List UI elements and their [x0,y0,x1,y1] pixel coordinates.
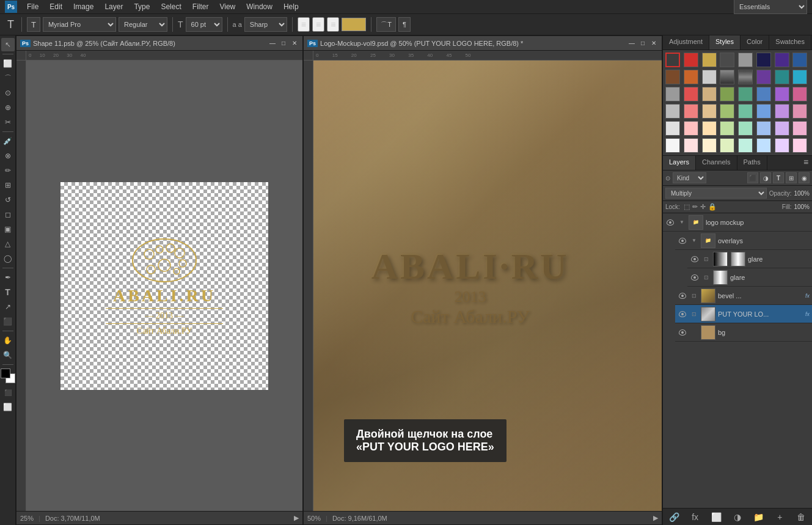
layer-vis-1[interactable] [665,218,675,227]
style-none[interactable] [665,53,680,67]
tab-adjustment[interactable]: Adjustment [663,35,709,50]
marquee-tool[interactable]: ⬜ [1,57,15,70]
style-grad1[interactable] [720,70,734,84]
new-layer-btn[interactable]: + [774,511,786,523]
style-u3[interactable] [702,121,717,136]
layer-vis-2[interactable] [678,236,687,246]
foreground-color-swatch[interactable] [1,369,10,378]
layer-vis-6[interactable] [678,309,687,319]
menu-help[interactable]: Help [279,1,304,12]
anti-alias-select[interactable]: Sharp [244,17,287,32]
filter-type-btn[interactable]: T [773,172,784,183]
warp-text-btn[interactable]: ⌒T [376,17,396,32]
right-doc-arrow[interactable]: ▶ [653,514,658,522]
left-doc-close-btn[interactable]: ✕ [290,39,299,48]
tab-swatches[interactable]: Swatches [769,35,811,50]
text-orient-btn[interactable]: T [27,17,40,32]
right-doc-minimize-btn[interactable]: — [627,39,636,48]
shape-tool[interactable]: ⬛ [1,315,15,328]
expand-3[interactable]: ⊡ [702,255,711,263]
style-u6[interactable] [756,121,771,136]
menu-type[interactable]: Type [129,1,155,12]
style-gold[interactable] [702,53,717,67]
style-brown[interactable] [665,70,680,84]
style-darkblue[interactable] [756,53,771,67]
blend-mode-select[interactable]: Multiply [665,188,767,199]
layer-logo-mockup[interactable]: ▼ 📁 logo mockup [663,213,812,232]
lasso-tool[interactable]: ⌒ [1,72,15,85]
right-doc-maximize-btn[interactable]: □ [638,39,647,48]
style-orange[interactable] [684,70,698,84]
zoom-tool[interactable]: 🔍 [1,348,15,362]
lock-all-btn[interactable]: 🔒 [708,203,717,211]
menu-file[interactable]: File [22,1,43,12]
left-doc-arrow[interactable]: ▶ [294,514,299,522]
align-center-btn[interactable]: ≡ [312,17,324,32]
style-blue[interactable] [792,53,807,67]
font-style-select[interactable]: Regular [119,17,167,32]
ps-logo[interactable]: Ps [5,1,17,13]
style-s3[interactable] [702,87,717,101]
hand-tool[interactable]: ✋ [1,334,15,347]
style-v4[interactable] [720,138,734,153]
menu-view[interactable]: View [214,1,240,12]
move-tool[interactable]: ↖ [1,38,15,51]
lock-transparent-btn[interactable]: ⬚ [684,203,690,211]
style-s4[interactable] [720,87,734,101]
style-s5[interactable] [738,87,753,101]
layer-vis-5[interactable] [678,291,687,301]
style-t1[interactable] [665,104,680,119]
align-left-btn[interactable]: ≡ [298,17,310,32]
menu-filter[interactable]: Filter [188,1,214,12]
style-s8[interactable] [792,87,807,101]
style-u1[interactable] [665,121,680,136]
tab-styles[interactable]: Styles [709,35,741,50]
lock-image-btn[interactable]: ✏ [692,203,698,211]
left-doc-maximize-btn[interactable]: □ [279,39,288,48]
left-doc-minimize-btn[interactable]: — [268,39,277,48]
layer-bg[interactable]: bg [675,323,812,342]
brush-tool[interactable]: ✏ [1,164,15,177]
style-v1[interactable] [665,138,680,153]
delete-layer-btn[interactable]: 🗑 [795,511,807,523]
style-s2[interactable] [684,87,698,101]
layers-menu-btn[interactable]: ≡ [800,156,812,168]
style-t2[interactable] [684,104,698,119]
lock-position-btn[interactable]: ✛ [700,203,706,211]
filter-smart-btn[interactable]: ◉ [799,172,810,183]
style-red[interactable] [684,53,698,67]
expand-2[interactable]: ▼ [690,237,698,245]
expand-5[interactable]: ⊡ [690,292,698,300]
left-doc-canvas[interactable]: ABALI.RU — 2013 — Сайт Абали.РУ [26,61,302,511]
layer-vis-4[interactable] [690,273,700,282]
style-cyan[interactable] [792,70,807,84]
blur-tool[interactable]: △ [1,237,15,251]
menu-select[interactable]: Select [156,1,186,12]
style-u8[interactable] [792,121,807,136]
new-fill-adj-btn[interactable]: ◑ [731,511,744,523]
filter-adjust-btn[interactable]: ◑ [760,172,771,183]
style-u4[interactable] [720,121,734,136]
filter-pixel-btn[interactable]: ⬛ [747,172,758,183]
font-size-select[interactable]: 60 pt [186,17,222,32]
type-tool[interactable]: T [1,285,15,299]
opacity-value[interactable]: 100% [794,190,810,197]
history-brush-tool[interactable]: ↺ [1,193,15,207]
menu-layer[interactable]: Layer [100,1,128,12]
new-group-btn[interactable]: 📁 [753,511,765,523]
style-purple2[interactable] [756,70,771,84]
layer-glare-2[interactable]: ⊡ glare [687,268,812,287]
link-layers-btn[interactable]: 🔗 [668,511,680,523]
fill-value[interactable]: 100% [794,204,810,210]
font-family-select[interactable]: Myriad Pro [43,17,116,32]
expand-1[interactable]: ▼ [678,218,686,227]
layer-vis-3[interactable] [690,254,700,264]
style-v3[interactable] [702,138,717,153]
style-v6[interactable] [756,138,771,153]
style-u2[interactable] [684,121,698,136]
filter-shape-btn[interactable]: ⊞ [786,172,797,183]
workspace-select[interactable]: Essentials [734,0,807,14]
style-teal[interactable] [775,70,789,84]
text-color-swatch[interactable] [342,18,366,31]
add-style-btn[interactable]: fx [689,511,701,523]
